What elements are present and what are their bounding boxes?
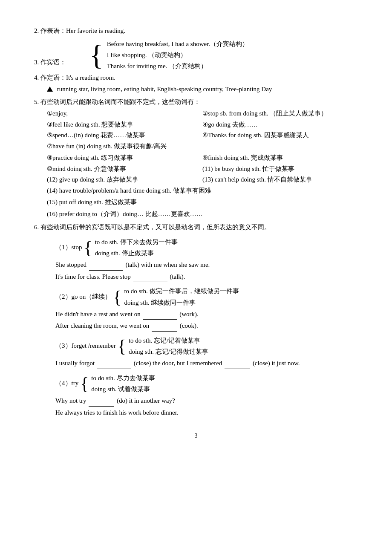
s5-item-5: ⑤spend…(in) doing 花费……做某事 <box>47 130 202 141</box>
goon-ex2-b: (cook). <box>180 322 198 329</box>
stop-label: （1）stop <box>55 242 82 253</box>
goon-brace-symbol: { <box>113 288 121 306</box>
forget-brace-item-2: doing sth. 忘记/记得做过某事 <box>129 346 208 357</box>
section-4-examples: running star, living room, eating habit,… <box>57 86 272 92</box>
s5-item-15: (15) put off doing sth. 推迟做某事 <box>47 197 358 208</box>
brace-items-2-3: Before having breakfast, I had a shower.… <box>107 38 248 72</box>
s5-item-7: ⑦have fun (in) doing sth. 做某事很有趣/高兴 <box>47 141 358 152</box>
goon-label: （2）go on（继续） <box>55 291 111 303</box>
goon-brace-item-1: to do sth. 做完一件事后，继续做另一件事 <box>124 286 239 297</box>
s5-item-10: ⑩mind doing sth. 介意做某事 <box>47 164 202 175</box>
stop-ex2-a: It's time for class. Please stop <box>55 273 131 280</box>
section-4-title: 4. 作定语：It's a reading room. <box>34 72 358 84</box>
s5-items-10-11: ⑩mind doing sth. 介意做某事 (11) be busy doin… <box>47 164 358 175</box>
section-4: 4. 作定语：It's a reading room. running star… <box>34 72 358 95</box>
s5-item-8: ⑧practice doing sth. 练习做某事 <box>47 153 202 164</box>
try-brace-item-2: doing sth. 试着做某事 <box>91 384 155 395</box>
goon-ex1-blank <box>143 319 177 320</box>
section-2: 2. 作表语：Her favorite is reading. <box>34 26 358 37</box>
section-2-title: 2. 作表语：Her favorite is reading. <box>34 26 358 37</box>
page-content: 2. 作表语：Her favorite is reading. { Before… <box>34 26 358 441</box>
s5-item-16: (16) prefer doing to（介词）doing… 比起……更喜欢…… <box>47 209 358 220</box>
page-number: 3 <box>34 431 358 441</box>
goon-ex2: After cleaning the room, we went on (coo… <box>55 320 358 332</box>
forget-brace-symbol: { <box>118 337 126 355</box>
s5-item-14: (14) have trouble/problem/a hard time do… <box>47 185 358 196</box>
s5-items-12-13: (12) give up doing sth. 放弃做某事 (13) can't… <box>47 174 358 185</box>
try-brace-item-1: to do sth. 尽力去做某事 <box>91 372 155 384</box>
brace-item-shopping: I like shopping. （动宾结构） <box>107 49 248 61</box>
goon-brace-group: （2）go on（继续） { to do sth. 做完一件事后，继续做另一件事… <box>55 286 358 308</box>
s5-item-4: ④go doing 去做…… <box>202 119 358 130</box>
section-4-triangle-line: running star, living room, eating habit,… <box>47 84 358 95</box>
goon-brace-items: to do sth. 做完一件事后，继续做另一件事 doing sth. 继续做… <box>124 286 239 308</box>
stop-ex2-blank <box>133 282 167 282</box>
s5-item-2: ②stop sb. from doing sth. （阻止某人做某事） <box>202 108 358 119</box>
goon-ex1: He didn't have a rest and went on (work)… <box>55 309 358 320</box>
s5-item-11: (11) be busy doing sth. 忙于做某事 <box>202 164 358 175</box>
goon-brace-item-2: doing sth. 继续做同一件事 <box>124 297 239 308</box>
stop-brace-item-2: doing sth. 停止做某事 <box>95 248 178 259</box>
triangle-icon <box>47 87 53 92</box>
stop-ex1-a: She stopped <box>55 261 86 268</box>
forget-ex1-b: (close) the door, but I remembered <box>134 360 222 366</box>
stop-ex1-b: (talk) with me when she saw me. <box>125 261 210 268</box>
goon-ex1-b: (work). <box>179 311 199 317</box>
stop-ex2: It's time for class. Please stop (talk). <box>55 271 358 283</box>
try-brace-symbol: { <box>80 375 89 392</box>
forget-label: （3）forget /remember <box>55 340 116 352</box>
goon-ex2-a: After cleaning the room, we went on <box>55 322 149 329</box>
try-brace-group: （4）try { to do sth. 尽力去做某事 doing sth. 试着… <box>55 372 358 395</box>
s5-item-6: ⑥Thanks for doing sth. 因某事感谢某人 <box>202 130 358 141</box>
section-6: 6. 有些动词后所带的宾语既可以是不定式，又可以是动名词，但所表达的意义不同。 <box>34 222 358 233</box>
try-brace-items: to do sth. 尽力去做某事 doing sth. 试着做某事 <box>91 372 155 395</box>
stop-ex1-blank <box>89 270 123 271</box>
forget-ex1-a: I usually forgot <box>55 360 95 366</box>
forget-brace-items: to do sth. 忘记/记着做某事 doing sth. 忘记/记得做过某事 <box>129 335 208 358</box>
try-ex1-blank <box>89 406 114 407</box>
stop-ex1: She stopped (talk) with me when she saw … <box>55 260 358 271</box>
brace-item-before: Before having breakfast, I had a shower.… <box>107 38 248 49</box>
forget-brace-item-1: to do sth. 忘记/记着做某事 <box>129 335 208 346</box>
s5-items-8-9: ⑧practice doing sth. 练习做某事 ⑨finish doing… <box>47 153 358 164</box>
s5-item-12: (12) give up doing sth. 放弃做某事 <box>47 174 202 185</box>
forget-ex1-blank1 <box>97 369 131 369</box>
forget-brace-group: （3）forget /remember { to do sth. 忘记/记着做某… <box>55 335 358 358</box>
try-ex1-b: (do) it in another way? <box>117 397 175 404</box>
stop-brace-symbol: { <box>84 239 92 257</box>
stop-brace-items: to do sth. 停下来去做另一件事 doing sth. 停止做某事 <box>95 237 178 259</box>
forget-ex1-c: (close) it just now. <box>253 360 300 366</box>
try-ex1-a: Why not try <box>55 397 86 404</box>
try-ex1: Why not try (do) it in another way? <box>55 395 358 407</box>
s5-item-1: ①enjoy, <box>47 108 202 119</box>
stop-ex2-b: (talk). <box>170 273 185 280</box>
section-6-title: 6. 有些动词后所带的宾语既可以是不定式，又可以是动名词，但所表达的意义不同。 <box>34 222 358 233</box>
forget-ex1: I usually forgot (close) the door, but I… <box>55 358 358 369</box>
section-5: 5. 有些动词后只能跟动名词而不能跟不定式，这些动词有： ①enjoy, ②st… <box>34 97 358 220</box>
brace-item-thanks: Thanks for inviting me. （介宾结构） <box>107 61 248 72</box>
forget-ex1-blank2 <box>225 369 250 369</box>
s5-item-9: ⑨finish doing sth. 完成做某事 <box>202 153 358 164</box>
section-5-items: ①enjoy, ②stop sb. from doing sth. （阻止某人做… <box>47 108 358 141</box>
try-ex2: He always tries to finish his work befor… <box>55 407 358 418</box>
goon-ex2-blank <box>152 331 177 332</box>
brace-symbol-2-3: { <box>89 40 104 69</box>
s5-item-3: ③feel like doing sth. 想要做某事 <box>47 119 202 130</box>
goon-ex1-a: He didn't have a rest and went on <box>55 311 141 317</box>
stop-brace-group: （1）stop { to do sth. 停下来去做另一件事 doing sth… <box>55 237 358 259</box>
section-5-title: 5. 有些动词后只能跟动名词而不能跟不定式，这些动词有： <box>34 97 358 108</box>
try-label: （4）try <box>55 378 78 389</box>
s5-item-13: (13) can't help doing sth. 情不自禁做某事 <box>202 174 358 185</box>
stop-brace-item-1: to do sth. 停下来去做另一件事 <box>95 237 178 248</box>
